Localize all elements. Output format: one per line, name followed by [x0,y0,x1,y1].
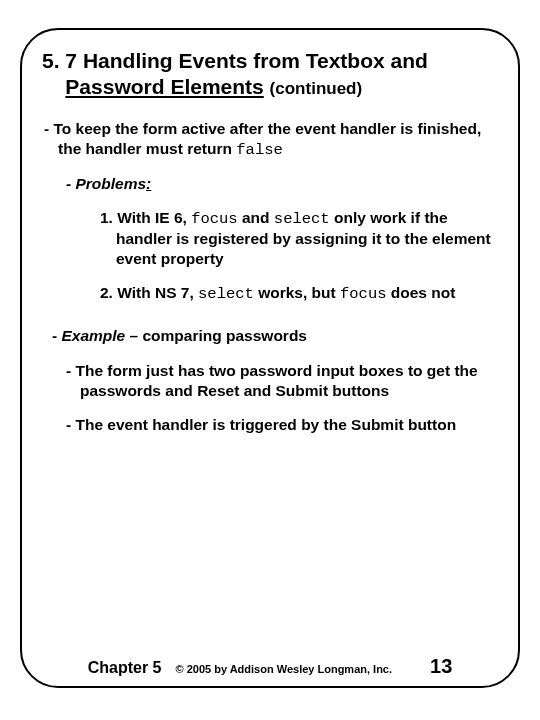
title-main: Handling Events from Textbox and [83,49,428,72]
code-focus-2: focus [340,285,387,303]
bullet-problem-2: 2. With NS 7, select works, but focus do… [86,283,498,304]
text-p1-mid1: and [238,209,274,226]
slide-title: 5. 7 Handling Events from Textbox and Pa… [42,48,498,101]
slide-frame: 5. 7 Handling Events from Textbox and Pa… [20,28,520,688]
code-select-2: select [198,285,254,303]
text-p2-mid: works, but [254,284,340,301]
slide-body: - To keep the form active after the even… [42,119,498,436]
text-p2-post: does not [387,284,456,301]
title-continued: (continued) [270,79,363,98]
footer-copyright: © 2005 by Addison Wesley Longman, Inc. [176,663,393,675]
code-false: false [236,141,283,159]
bullet-form-desc: - The form just has two password input b… [66,361,488,401]
code-select-1: select [274,210,330,228]
footer-page-number: 13 [430,655,452,678]
text-example-rest: – comparing passwords [125,327,307,344]
title-underlined: Password Elements [65,75,263,98]
text-p2-pre: 2. With NS 7, [100,284,198,301]
bullet-example: - Example – comparing passwords [52,326,498,346]
footer-chapter: Chapter 5 [88,659,162,677]
bullet-keep-active: - To keep the form active after the even… [44,119,498,160]
bullet-trigger-desc: - The event handler is triggered by the … [66,415,488,435]
bullet-problems: - Problems: [66,174,498,194]
text-problems-label: - Problems: [66,175,151,192]
text-trigger-desc: - The event handler is triggered by the … [66,416,456,433]
slide-footer: Chapter 5 © 2005 by Addison Wesley Longm… [22,655,518,678]
bullet-problem-1: 1. With IE 6, focus and select only work… [86,208,498,269]
text-p1-pre: 1. With IE 6, [100,209,191,226]
text-form-desc: - The form just has two password input b… [66,362,478,399]
code-focus-1: focus [191,210,238,228]
text-example-word: Example [61,327,125,344]
title-section-number: 5. 7 [42,49,77,72]
